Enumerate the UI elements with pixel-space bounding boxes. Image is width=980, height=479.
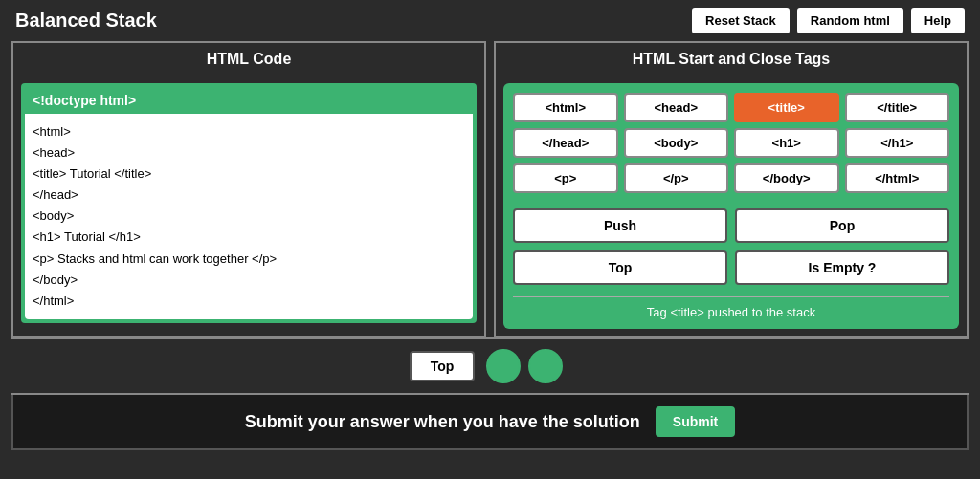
code-line: <p> Stacks and html can work together </… [33, 249, 465, 270]
tag-title[interactable]: <title> [734, 93, 839, 122]
code-line: </body> [33, 270, 465, 291]
tag-h1[interactable]: <h1> [734, 128, 839, 158]
main-content: HTML Code <!doctype html> <html> <head> … [0, 41, 980, 337]
html-code-text: <html> <head> <title> Tutorial </title> … [25, 114, 473, 319]
tag-close-html[interactable]: </html> [845, 163, 950, 193]
stack-circle-2 [528, 349, 563, 383]
push-button[interactable]: Push [513, 208, 727, 243]
tag-p[interactable]: <p> [513, 163, 618, 193]
header: Balanced Stack Reset Stack Random html H… [0, 0, 980, 41]
code-line: </head> [33, 185, 465, 206]
code-line: <head> [33, 142, 465, 163]
stack-top-button[interactable]: Top [410, 351, 476, 381]
html-code-selected-line: <!doctype html> [25, 87, 473, 114]
random-html-button[interactable]: Random html [797, 8, 903, 33]
app-title: Balanced Stack [15, 10, 157, 32]
html-code-title: HTML Code [13, 43, 484, 76]
code-line: <title> Tutorial </title> [33, 163, 465, 185]
code-line: <h1> Tutorial </h1> [33, 227, 465, 248]
code-line: <html> [33, 121, 465, 142]
pop-button[interactable]: Pop [735, 208, 949, 243]
code-line: <body> [33, 206, 465, 227]
help-button[interactable]: Help [911, 8, 965, 33]
tags-inner: <html> <head> <title> </title> </head> <… [503, 83, 959, 329]
html-code-area: <!doctype html> <html> <head> <title> Tu… [21, 83, 477, 323]
is-empty-button[interactable]: Is Empty ? [735, 250, 949, 285]
header-buttons: Reset Stack Random html Help [692, 8, 965, 33]
html-tags-panel: HTML Start and Close Tags <html> <head> … [494, 41, 969, 337]
tag-close-title[interactable]: </title> [845, 93, 950, 122]
submit-text: Submit your answer when you have the sol… [245, 412, 640, 432]
reset-stack-button[interactable]: Reset Stack [692, 8, 790, 33]
status-text: Tag <title> pushed to the stack [513, 296, 949, 319]
html-tags-title: HTML Start and Close Tags [496, 43, 967, 76]
tag-html[interactable]: <html> [513, 93, 618, 122]
tag-close-head[interactable]: </head> [513, 128, 618, 158]
code-line: </html> [33, 291, 465, 312]
submit-area: Submit your answer when you have the sol… [11, 395, 969, 450]
tag-close-p[interactable]: </p> [624, 163, 729, 193]
action-buttons: Push Pop Top Is Empty ? [513, 208, 949, 285]
tag-head[interactable]: <head> [624, 93, 729, 122]
html-code-panel: HTML Code <!doctype html> <html> <head> … [11, 41, 486, 337]
tag-close-h1[interactable]: </h1> [845, 128, 950, 158]
stack-area: Top [11, 337, 969, 395]
tag-close-body[interactable]: </body> [734, 163, 839, 193]
tags-grid: <html> <head> <title> </title> </head> <… [513, 93, 949, 193]
submit-button[interactable]: Submit [656, 406, 735, 437]
top-button[interactable]: Top [513, 250, 727, 285]
stack-circle-1 [486, 349, 521, 383]
tag-body[interactable]: <body> [624, 128, 729, 158]
